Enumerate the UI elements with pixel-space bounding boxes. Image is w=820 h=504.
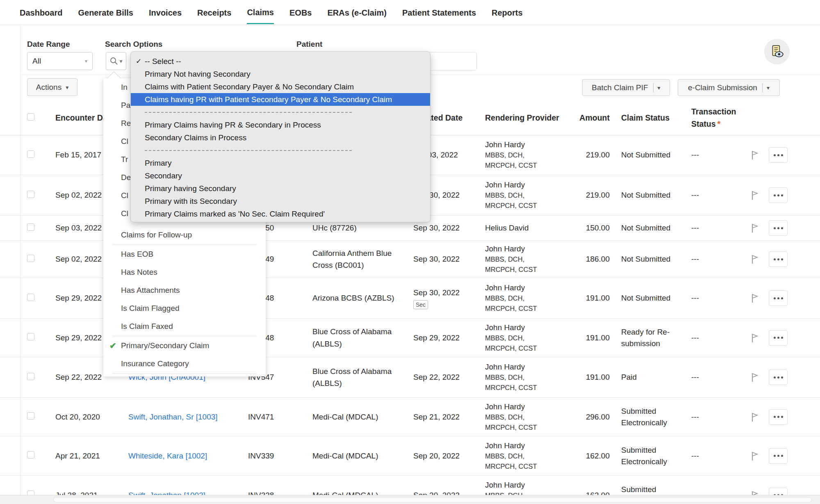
- transaction-status: ---: [691, 191, 742, 200]
- caret-down-icon: ▾: [767, 85, 770, 91]
- flag-icon[interactable]: [750, 333, 759, 343]
- flag-icon[interactable]: [750, 223, 759, 233]
- row-more-button[interactable]: [769, 330, 788, 346]
- row-more-button[interactable]: [769, 220, 788, 236]
- eclaim-submission-button[interactable]: e-Claim Submission ▾: [678, 79, 780, 96]
- patient-link[interactable]: Whiteside, Kara [1002]: [128, 452, 248, 461]
- created-date: Sep 30, 2022: [413, 253, 485, 265]
- scrollbar-thumb[interactable]: [53, 497, 812, 502]
- row-more-button[interactable]: [769, 290, 788, 306]
- option[interactable]: Primary: [131, 157, 430, 169]
- option[interactable]: Primary Claims marked as 'No Sec. Claim …: [131, 208, 430, 220]
- menu-item-has-notes[interactable]: Has Notes: [103, 263, 266, 281]
- nav-claims[interactable]: Claims: [247, 1, 274, 24]
- amount: 191.00: [572, 373, 610, 382]
- claim-status: Not Submitted: [621, 189, 685, 201]
- flag-icon[interactable]: [750, 190, 759, 200]
- row-checkbox[interactable]: [27, 255, 34, 262]
- encounter-date: Oct 20, 2020: [55, 413, 128, 422]
- rendering-provider: John HardyMBBS, DCH,MRCPCH, CCST: [485, 283, 572, 314]
- menu-item-is-claim-flagged[interactable]: Is Claim Flagged: [103, 299, 266, 317]
- nav-generate-bills[interactable]: Generate Bills: [78, 1, 133, 23]
- horizontal-scrollbar[interactable]: [0, 495, 820, 504]
- row-checkbox[interactable]: [27, 373, 34, 380]
- nav-patient-statements[interactable]: Patient Statements: [402, 1, 476, 23]
- nav-reports[interactable]: Reports: [492, 1, 523, 23]
- insurance-name: Medi-Cal (MDCAL): [312, 489, 413, 495]
- nav-eras[interactable]: ERAs (e-Claim): [327, 1, 386, 23]
- table-row: Oct 20, 2020 Swift, Jonathan, Sr [1003] …: [0, 398, 820, 436]
- claim-status: Submitted Electronically: [621, 445, 685, 467]
- menu-item-has-attachments[interactable]: Has Attachments: [103, 281, 266, 299]
- patient-link[interactable]: Swift, Jonathan [1003]: [128, 491, 248, 495]
- option[interactable]: Primary with its Secondary: [131, 195, 430, 208]
- option[interactable]: Secondary Claims in Process: [131, 131, 430, 144]
- row-checkbox[interactable]: [27, 151, 34, 158]
- check-icon: ✓: [136, 57, 141, 66]
- patient-link[interactable]: Swift, Jonathan, Sr [1003]: [128, 413, 248, 422]
- amount: 186.00: [572, 255, 610, 264]
- row-more-button[interactable]: [769, 409, 788, 425]
- row-checkbox[interactable]: [27, 191, 34, 198]
- search-options-button[interactable]: ▾: [106, 52, 126, 70]
- primary-secondary-claim-select-menu: ✓ -- Select -- Primary Not having Second…: [130, 51, 430, 222]
- row-checkbox[interactable]: [27, 490, 34, 495]
- flag-icon[interactable]: [750, 293, 759, 303]
- created-date: Sep 29, 2022: [413, 332, 485, 344]
- flag-icon[interactable]: [750, 254, 759, 264]
- row-checkbox[interactable]: [27, 294, 34, 301]
- menu-item-insurance-category[interactable]: Insurance Category: [103, 355, 266, 373]
- insurance-name: California Anthem Blue Cross (BC001): [312, 247, 413, 271]
- nav-receipts[interactable]: Receipts: [197, 1, 231, 23]
- nav-invoices[interactable]: Invoices: [149, 1, 182, 23]
- option[interactable]: Primary having Secondary: [131, 182, 430, 195]
- actions-label: Actions: [36, 83, 61, 92]
- flag-icon[interactable]: [750, 412, 759, 422]
- row-checkbox[interactable]: [27, 451, 34, 458]
- option[interactable]: Primary Not having Secondary: [131, 68, 430, 80]
- row-checkbox[interactable]: [27, 223, 34, 231]
- batch-claim-pif-button[interactable]: Batch Claim PIF ▾: [582, 79, 670, 96]
- row-checkbox[interactable]: [27, 412, 34, 420]
- row-more-button[interactable]: [769, 448, 788, 464]
- date-range-select[interactable]: All ▾: [27, 52, 93, 70]
- nav-dashboard[interactable]: Dashboard: [20, 1, 62, 23]
- row-more-button[interactable]: [769, 187, 788, 203]
- flag-icon[interactable]: [750, 490, 759, 495]
- claim-register-button[interactable]: [764, 39, 790, 64]
- option[interactable]: Claims with Patient Secondary Payer & No…: [131, 80, 430, 93]
- row-checkbox[interactable]: [27, 333, 34, 340]
- select-all-checkbox[interactable]: [27, 113, 34, 121]
- encounter-date: Apr 21, 2021: [55, 452, 128, 461]
- insurance-name: Blue Cross of Alabama (ALBLS): [312, 365, 413, 390]
- amount: 219.00: [572, 191, 610, 200]
- flag-icon[interactable]: [750, 372, 759, 382]
- actions-button[interactable]: Actions ▾: [27, 78, 77, 96]
- caret-down-icon: ▾: [658, 85, 661, 91]
- chevron-down-icon: ▾: [85, 59, 87, 64]
- menu-item-primary-secondary-claim[interactable]: ✔ Primary/Secondary Claim: [103, 337, 266, 355]
- menu-item-is-claim-faxed[interactable]: Is Claim Faxed: [103, 317, 266, 335]
- option[interactable]: Primary Claims having PR & Secondary in …: [131, 119, 430, 131]
- menu-item-claims-for-follow-up[interactable]: Claims for Follow-up: [103, 226, 266, 244]
- nav-eobs[interactable]: EOBs: [289, 1, 312, 23]
- option[interactable]: Secondary: [131, 169, 430, 182]
- option-highlighted[interactable]: Claims having PR with Patient Secondary …: [131, 93, 430, 106]
- row-more-button[interactable]: [769, 369, 788, 385]
- flag-icon[interactable]: [750, 451, 759, 461]
- flag-icon[interactable]: [750, 150, 759, 160]
- row-more-button[interactable]: [769, 251, 788, 267]
- menu-divider: [112, 373, 257, 374]
- insurance-name: Blue Cross of Alabama (ALBLS): [312, 326, 413, 350]
- search-options-label: Search Options: [105, 40, 162, 49]
- rendering-provider: John HardyMBBS, DCH,MRCPCH, CCST: [485, 440, 572, 472]
- row-more-button[interactable]: [769, 147, 788, 163]
- batch-claim-pif-label: Batch Claim PIF: [592, 83, 648, 92]
- menu-divider: [112, 244, 257, 245]
- row-more-button[interactable]: [769, 488, 788, 495]
- menu-item-has-eob[interactable]: Has EOB: [103, 245, 266, 263]
- option-select[interactable]: ✓ -- Select --: [131, 55, 430, 68]
- caret-down-icon: ▾: [66, 84, 68, 90]
- header-transaction-status: Transaction Status*: [691, 106, 742, 130]
- date-range-label: Date Range: [27, 40, 70, 49]
